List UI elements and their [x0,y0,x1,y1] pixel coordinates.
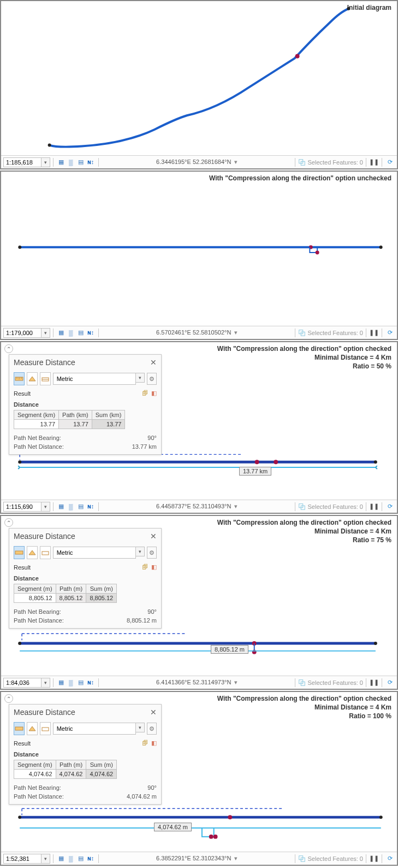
selected-features[interactable]: Selected Features: 0 [298,503,363,511]
refresh-icon[interactable]: ⟳ [385,157,395,167]
selected-features[interactable]: Selected Features: 0 [298,855,363,863]
distance-label: Distance [14,575,157,582]
close-icon[interactable]: ✕ [150,532,157,541]
unit-dd[interactable] [136,547,145,556]
toolbar-icon-2[interactable]: ▒ [66,157,76,167]
toolbar-icon-2[interactable]: ▒ [66,854,76,864]
scale-input[interactable] [3,678,41,688]
status-bar: ▦ ▒ ▤ ɴ↕ 6.5702461°E 52.5810502°N▾ Selec… [1,326,397,339]
scale-dropdown[interactable] [41,678,50,688]
scale-dropdown[interactable] [41,502,50,512]
gear-icon[interactable]: ⚙ [147,723,157,735]
coordinates: 6.3852291°E 52.3102343°N▾ [102,855,292,862]
unit-select[interactable] [53,547,136,559]
svg-point-16 [274,460,278,464]
toolbar-icon-3[interactable]: ▤ [76,157,86,167]
measure-title: Measure Distance [14,532,75,541]
map-canvas[interactable] [1,172,397,339]
measure-area-btn[interactable] [27,722,38,735]
toolbar-icon-4[interactable]: ɴ↕ [86,157,96,167]
bearing-label: Path Net Bearing: [14,435,61,441]
measure-tag: 4,074.62 m [154,823,192,831]
bearing-value: 90° [147,784,157,791]
svg-rect-39 [42,552,49,555]
toolbar-icon-3[interactable]: ▤ [76,502,86,512]
pause-icon[interactable]: ❚❚ [369,854,379,864]
selected-features[interactable]: Selected Features: 0 [298,159,363,166]
toolbar-icon-1[interactable]: ▦ [56,678,66,688]
toolbar-icon-3[interactable]: ▤ [76,328,86,338]
measure-feature-btn[interactable] [40,546,51,559]
toolbar-icon-1[interactable]: ▦ [56,157,66,167]
distance-label: Distance [14,751,157,758]
measure-distance-btn[interactable] [14,546,25,559]
toolbar-icon-1[interactable]: ▦ [56,328,66,338]
scale-input[interactable] [3,854,41,864]
toolbar-icon-4[interactable]: ɴ↕ [86,678,96,688]
gear-icon[interactable]: ⚙ [147,373,157,385]
pause-icon[interactable]: ❚❚ [369,502,379,512]
copy-icon[interactable]: 🗐 [142,740,148,747]
measure-area-btn[interactable] [27,372,38,385]
measure-distance-btn[interactable] [14,722,25,735]
status-bar: ▦ ▒ ▤ ɴ↕ 6.3446195°E 52.2681684°N▾ Selec… [1,155,397,168]
eraser-icon[interactable]: ◧ [151,390,157,397]
measure-title: Measure Distance [14,708,75,717]
netdist-value: 4,074.62 m [127,793,157,800]
toolbar-icon-4[interactable]: ɴ↕ [86,854,96,864]
netdist-value: 13.77 km [132,443,157,450]
measure-widget: Measure Distance✕ ⚙ Result 🗐 ◧ Distance … [9,354,162,455]
copy-icon[interactable]: 🗐 [142,564,148,571]
pause-icon[interactable]: ❚❚ [369,678,379,688]
map-canvas[interactable] [1,1,397,168]
measure-feature-btn[interactable] [40,372,51,385]
coordinates: 6.5702461°E 52.5810502°N▾ [102,329,292,336]
pause-icon[interactable]: ❚❚ [369,157,379,167]
close-icon[interactable]: ✕ [150,708,157,717]
toolbar-icon-4[interactable]: ɴ↕ [86,502,96,512]
toolbar-icon-4[interactable]: ɴ↕ [86,328,96,338]
scale-input[interactable] [3,328,41,338]
bearing-label: Path Net Bearing: [14,608,61,615]
refresh-icon[interactable]: ⟳ [385,328,395,338]
unit-dd[interactable] [136,723,145,732]
toolbar-icon-2[interactable]: ▒ [66,678,76,688]
scale-dropdown[interactable] [41,157,50,167]
scale-input[interactable] [3,502,41,512]
result-label: Result [14,564,31,571]
refresh-icon[interactable]: ⟳ [385,854,395,864]
scale-input[interactable] [3,157,41,167]
refresh-icon[interactable]: ⟳ [385,502,395,512]
gear-icon[interactable]: ⚙ [147,547,157,559]
toolbar-icon-3[interactable]: ▤ [76,678,86,688]
close-icon[interactable]: ✕ [150,358,157,367]
svg-point-6 [18,245,21,249]
coordinates: 6.4458737°E 52.3110493°N▾ [102,503,292,510]
measure-area-btn[interactable] [27,546,38,559]
eraser-icon[interactable]: ◧ [151,564,157,571]
unit-select[interactable] [53,723,136,735]
refresh-icon[interactable]: ⟳ [385,678,395,688]
selected-features[interactable]: Selected Features: 0 [298,329,363,337]
toolbar-icon-2[interactable]: ▒ [66,502,76,512]
pause-icon[interactable]: ❚❚ [369,328,379,338]
svg-point-1 [347,7,350,10]
copy-icon[interactable]: 🗐 [142,390,148,397]
scale-dropdown[interactable] [41,328,50,338]
unit-select[interactable] [53,373,136,385]
measure-table: Segment (km)Path (km)Sum (km) 13.7713.77… [14,410,125,429]
measure-tag: 13.77 km [239,467,271,476]
eraser-icon[interactable]: ◧ [151,740,157,747]
measure-distance-btn[interactable] [14,372,25,385]
toolbar-icon-1[interactable]: ▦ [56,854,66,864]
svg-point-45 [228,815,232,819]
toolbar-icon-3[interactable]: ▤ [76,854,86,864]
svg-point-47 [213,835,218,839]
selected-features[interactable]: Selected Features: 0 [298,679,363,687]
toolbar-icon-1[interactable]: ▦ [56,502,66,512]
svg-marker-38 [29,550,35,555]
unit-dd[interactable] [136,373,145,383]
toolbar-icon-2[interactable]: ▒ [66,328,76,338]
scale-dropdown[interactable] [41,854,50,864]
measure-feature-btn[interactable] [40,722,51,735]
